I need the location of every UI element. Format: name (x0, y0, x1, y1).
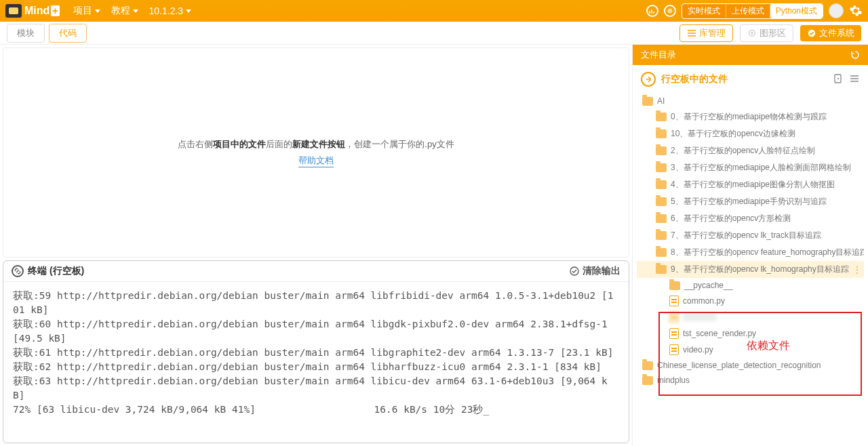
terminal-header: 终端 (行空板) 清除输出 (3, 261, 629, 282)
file-icon (669, 312, 679, 323)
clear-output-button[interactable]: 清除输出 (569, 265, 620, 277)
left-column: 点击右侧项目中的文件后面的新建文件按钮，创建一个属于你的.py文件 帮助文档 终… (0, 45, 632, 446)
main-area: 点击右侧项目中的文件后面的新建文件按钮，创建一个属于你的.py文件 帮助文档 终… (0, 45, 868, 446)
folder-item[interactable]: 3、基于行空板的mediapipe人脸检测面部网格绘制 (637, 159, 864, 176)
folder-item[interactable]: 2、基于行空板的opencv人脸特征点绘制 (637, 142, 864, 159)
annotation-label: 依赖文件 (747, 339, 790, 353)
caret-down-icon (186, 9, 191, 13)
file-item[interactable] (637, 309, 864, 325)
file-item[interactable]: common.py (637, 293, 864, 309)
folder-icon (656, 146, 667, 155)
file-icon (669, 344, 679, 355)
file-panel-title-row: 行空板中的文件 (633, 65, 868, 94)
file-panel: 文件目录 行空板中的文件 AI0、基于行空板的mediapipe物体检测与跟踪1… (632, 45, 868, 446)
folder-icon (656, 163, 667, 172)
target-icon (747, 29, 757, 37)
toolbar: 模块 代码 库管理 图形区 文件系统 (0, 22, 868, 45)
folder-icon (642, 361, 653, 370)
refresh-icon[interactable] (850, 50, 860, 60)
terminal-panel: 终端 (行空板) 清除输出 获取:59 http://httpredir.deb… (3, 260, 629, 443)
globe-icon[interactable] (664, 5, 676, 17)
terminal-output[interactable]: 获取:59 http://httpredir.debian.org/debian… (3, 282, 629, 424)
logo-plus: + (51, 5, 59, 16)
return-icon[interactable] (641, 72, 656, 87)
terminal-title: 终端 (行空板) (28, 265, 84, 277)
logo-text: Mind (24, 5, 50, 17)
folder-icon (656, 214, 667, 223)
folder-item[interactable]: 8、基于行空板的opencv feature_homography目标追踪 (637, 244, 864, 261)
lib-manage-button[interactable]: 库管理 (679, 24, 733, 42)
mode-realtime[interactable]: 实时模式 (682, 4, 726, 18)
folder-icon (642, 376, 653, 385)
caret-down-icon (133, 9, 138, 13)
folder-item[interactable]: 0、基于行空板的mediapipe物体检测与跟踪 (637, 108, 864, 125)
folder-item[interactable]: 4、基于行空板的mediapipe图像分割人物抠图 (637, 176, 864, 193)
tab-code[interactable]: 代码 (49, 24, 87, 43)
check-icon (807, 29, 816, 37)
folder-icon (656, 265, 667, 274)
folder-ai[interactable]: AI (637, 94, 864, 108)
folder-item[interactable]: 9、基于行空板的opencv lk_homography目标追踪 (637, 261, 864, 278)
folder-item[interactable]: mindplus (637, 373, 864, 388)
new-file-icon[interactable] (833, 73, 844, 86)
logo: Mind + (5, 4, 60, 18)
folder-item[interactable]: 6、基于行空板的opencv方形检测 (637, 210, 864, 227)
file-panel-title: 行空板中的文件 (661, 73, 827, 85)
file-panel-header: 文件目录 (633, 45, 868, 65)
menu-project[interactable]: 项目 (73, 5, 100, 17)
file-icon (669, 296, 679, 306)
folder-item[interactable]: 7、基于行空板的opencv lk_track目标追踪 (637, 227, 864, 244)
logo-icon (5, 4, 22, 18)
folder-icon (656, 129, 667, 138)
gear-icon[interactable] (849, 4, 863, 18)
mode-python[interactable]: Python模式 (770, 4, 823, 18)
list-icon (687, 29, 696, 37)
folder-pycache[interactable]: __pycache__ (637, 278, 864, 293)
menu-icon[interactable] (849, 73, 860, 86)
app-header: Mind + 项目 教程 10.1.2.3 实时模式 上传模式 Python模式 (0, 0, 868, 22)
folder-item[interactable]: Chinese_license_plate_detection_recognit… (637, 358, 864, 373)
link-icon (12, 265, 24, 277)
svg-point-2 (751, 32, 753, 34)
eraser-icon (569, 266, 580, 277)
editor-hint: 点击右侧项目中的文件后面的新建文件按钮，创建一个属于你的.py文件 (178, 138, 454, 150)
file-icon (669, 328, 679, 339)
editor-panel: 点击右侧项目中的文件后面的新建文件按钮，创建一个属于你的.py文件 帮助文档 (3, 47, 629, 258)
chart-icon[interactable] (646, 5, 658, 17)
mode-upload[interactable]: 上传模式 (726, 4, 770, 18)
help-link[interactable]: 帮助文档 (298, 155, 334, 167)
tab-modules[interactable]: 模块 (7, 24, 45, 43)
svg-point-4 (570, 267, 578, 275)
folder-icon (656, 197, 667, 206)
folder-item[interactable]: 5、基于行空板的mediapipe手势识别与追踪 (637, 193, 864, 210)
folder-icon (669, 281, 680, 290)
graph-area-button[interactable]: 图形区 (740, 24, 793, 42)
folder-icon (642, 97, 653, 106)
avatar[interactable] (829, 3, 844, 18)
file-actions (833, 73, 860, 86)
file-tree[interactable]: AI0、基于行空板的mediapipe物体检测与跟踪10、基于行空板的openc… (633, 94, 868, 446)
folder-icon (656, 113, 667, 121)
folder-item[interactable]: 10、基于行空板的opencv边缘检测 (637, 125, 864, 142)
folder-icon (656, 231, 667, 240)
folder-icon (656, 248, 667, 257)
file-system-button[interactable]: 文件系统 (800, 25, 861, 41)
mode-tabs: 实时模式 上传模式 Python模式 (682, 3, 823, 19)
menu-ip[interactable]: 10.1.2.3 (149, 5, 192, 16)
caret-down-icon (95, 9, 100, 13)
folder-icon (656, 180, 667, 189)
menu-tutorial[interactable]: 教程 (111, 5, 138, 17)
